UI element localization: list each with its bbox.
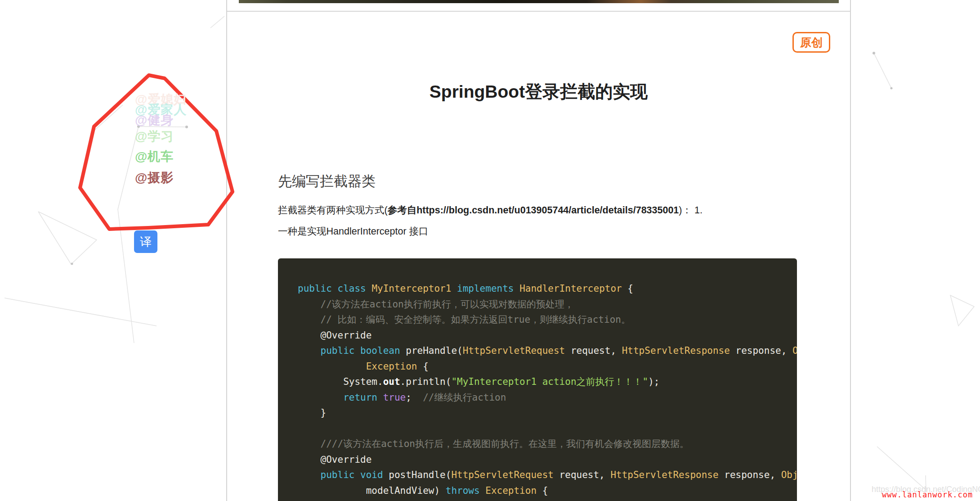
floating-tag: @摄影 [135,171,174,185]
article-header-strip [227,0,850,12]
floating-tag: @健身 [135,113,174,127]
floating-tag: @机车 [135,150,174,163]
section-heading: 先编写拦截器类 [278,172,799,191]
article-card: 原创 SpringBoot登录拦截的实现 先编写拦截器类 拦截器类有两种实现方式… [226,0,851,501]
code-line: public void postHandle(HttpServletReques… [298,467,797,483]
code-line: System.out.println("MyInterceptor1 actio… [298,374,797,390]
original-badge: 原创 [792,32,830,53]
article-paragraph: 拦截器类有两种实现方式(参考自https://blog.csdn.net/u01… [278,200,799,242]
code-line: @Override [298,328,797,343]
code-line: // 比如：编码、安全控制等。如果方法返回true，则继续执行action。 [298,312,797,328]
code-line: //该方法在action执行前执行，可以实现对数据的预处理， [298,297,797,312]
floating-tag: @学习 [135,130,174,143]
code-line: ////该方法在action执行后，生成视图前执行。在这里，我们有机会修改视图层… [298,436,797,452]
code-line: } [298,405,797,421]
paragraph-text: 拦截器类有两种实现方式( [278,205,388,216]
article-body: 原创 SpringBoot登录拦截的实现 先编写拦截器类 拦截器类有两种实现方式… [227,12,850,501]
code-line: Exception { [298,359,797,375]
paragraph-text: )： 1. [679,205,703,216]
code-line: modelAndView) throws Exception { [298,483,797,499]
paragraph-text: 一种是实现HandlerInterceptor 接口 [278,226,429,237]
code-line [298,421,797,437]
code-line: public boolean preHandle(HttpServletRequ… [298,343,797,359]
code-line: return true; //继续执行action [298,390,797,406]
code-line: public class MyInterceptor1 implements H… [298,281,797,297]
watermark-site: www.lanlanwork.com [882,490,973,499]
translate-button[interactable]: 译 [134,230,157,253]
header-image-sliver [239,0,839,3]
code-block: public class MyInterceptor1 implements H… [278,258,797,501]
code-line: @Override [298,452,797,468]
paragraph-bold-reference: 参考自https://blog.csdn.net/u013905744/arti… [388,205,679,216]
article-title: SpringBoot登录拦截的实现 [278,12,799,104]
